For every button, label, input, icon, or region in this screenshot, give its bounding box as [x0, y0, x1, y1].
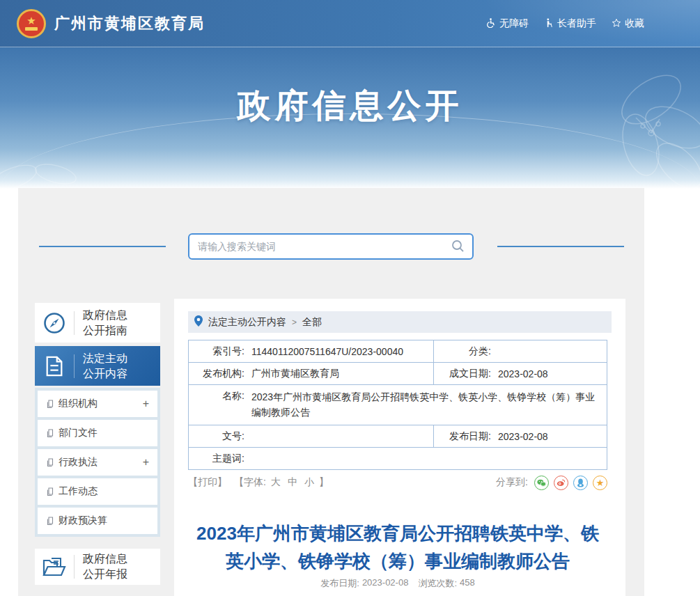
sidebar-item-label: 政府信息公开年报	[75, 551, 134, 581]
sidebar-item-label: 法定主动公开内容	[75, 351, 134, 381]
elder-person-icon	[544, 17, 554, 30]
share-weibo-button[interactable]	[554, 476, 568, 490]
article-title: 2023年广州市黄埔区教育局公开招聘铁英中学、铁英小学、铁铮学校（筹）事业编制教…	[188, 519, 607, 576]
emblem-gate-icon	[25, 27, 38, 31]
page-title: 政府信息公开	[0, 84, 700, 128]
compass-icon	[35, 311, 74, 335]
favorite-link[interactable]: 收藏	[612, 17, 644, 30]
sidebar-submenu: 组织机构 + 部门文件 行政执法 + 工作动态 财政预决算	[35, 388, 160, 537]
mini-doc-icon	[47, 429, 54, 438]
left-divider-line	[39, 246, 166, 247]
breadcrumb-section[interactable]: 法定主动公开内容	[208, 316, 286, 329]
share-wechat-button[interactable]	[534, 476, 549, 490]
share-label: 分享到:	[496, 476, 528, 489]
breadcrumb-current[interactable]: 全部	[302, 316, 322, 329]
top-header: ★ 广州市黄埔区教育局 无障碍 长者助手 收	[0, 0, 700, 47]
banner: 政府信息公开	[0, 47, 700, 189]
expand-plus-icon[interactable]: +	[143, 398, 149, 410]
location-pin-icon	[194, 315, 203, 329]
emblem-star-icon: ★	[26, 15, 36, 26]
article-publish-info: 发布日期: 2023-02-08 浏览次数: 458	[188, 577, 607, 590]
mini-doc-icon	[47, 458, 54, 467]
share-group: 分享到: ★	[496, 476, 607, 490]
meta-row-docno-pubdate: 文号: 发布日期: 2023-02-08	[189, 425, 607, 448]
view-count: 浏览次数: 458	[418, 577, 474, 590]
mini-doc-icon	[47, 400, 54, 409]
mini-doc-icon	[47, 487, 54, 496]
sidebar-subitem-work-news[interactable]: 工作动态	[38, 478, 157, 505]
header-links: 无障碍 长者助手 收藏	[485, 0, 644, 47]
search-box	[188, 233, 474, 260]
sidebar-item-statutory-disclosure[interactable]: 法定主动公开内容	[35, 346, 160, 386]
sidebar-item-label: 政府信息公开指南	[75, 308, 134, 338]
sidebar-subitem-law-enforcement[interactable]: 行政执法 +	[38, 449, 157, 476]
meta-cell-docno: 文号:	[189, 425, 434, 447]
sidebar-item-guide[interactable]: 政府信息公开指南	[35, 303, 160, 343]
print-font-controls: 【打印】 【字体: 大 中 小 】	[188, 476, 329, 489]
meta-cell-index: 索引号: 11440112007511647U/2023-00040	[189, 340, 434, 362]
meta-row-org-date: 发布机构: 广州市黄埔区教育局 成文日期: 2023-02-08	[189, 363, 607, 385]
meta-cell-organization: 发布机构: 广州市黄埔区教育局	[189, 363, 434, 384]
right-divider-line	[497, 246, 624, 247]
sidebar-subitem-fiscal-budget[interactable]: 财政预决算	[38, 508, 157, 534]
breadcrumb-separator: >	[292, 317, 297, 327]
expand-plus-icon[interactable]: +	[143, 456, 149, 469]
site-brand[interactable]: ★ 广州市黄埔区教育局	[17, 0, 205, 47]
sidebar-subitem-department-files[interactable]: 部门文件	[38, 420, 157, 446]
publish-date: 发布日期: 2023-02-08	[320, 577, 408, 590]
meta-row-name: 名称: 2023年广州市黄埔区教育局公开招聘铁英中学、铁英小学、铁铮学校（筹）事…	[189, 385, 607, 425]
article-toolbar: 【打印】 【字体: 大 中 小 】 分享到: ★	[188, 474, 607, 491]
meta-row-index-category: 索引号: 11440112007511647U/2023-00040 分类:	[189, 340, 607, 363]
search-icon	[451, 239, 465, 255]
breadcrumb: 法定主动公开内容 > 全部	[188, 311, 612, 333]
print-button[interactable]: 【打印】	[188, 476, 227, 489]
mini-doc-icon	[47, 517, 54, 526]
share-favorite-button[interactable]: ★	[593, 476, 607, 490]
font-size-prefix: 【字体:	[234, 476, 266, 489]
document-meta-table: 索引号: 11440112007511647U/2023-00040 分类: 发…	[188, 340, 607, 470]
search-button[interactable]	[443, 235, 472, 258]
sidebar-subitem-organization[interactable]: 组织机构 +	[38, 391, 157, 417]
page: ★ 广州市黄埔区教育局 无障碍 长者助手 收	[0, 0, 700, 596]
accessibility-link[interactable]: 无障碍	[485, 17, 529, 30]
font-size-small-button[interactable]: 小	[304, 476, 314, 489]
meta-cell-written-date: 成文日期: 2023-02-08	[434, 363, 607, 384]
star-outline-icon	[612, 18, 621, 30]
meta-cell-keywords: 主题词:	[189, 448, 607, 469]
accessibility-icon	[485, 17, 496, 30]
folder-report-icon	[35, 556, 74, 578]
elder-helper-link[interactable]: 长者助手	[544, 17, 596, 30]
meta-cell-name: 名称: 2023年广州市黄埔区教育局公开招聘铁英中学、铁英小学、铁铮学校（筹）事…	[189, 385, 607, 425]
meta-row-keywords: 主题词:	[189, 448, 607, 469]
font-size-large-button[interactable]: 大	[271, 476, 281, 489]
document-icon	[35, 354, 74, 378]
search-input[interactable]	[189, 241, 443, 252]
meta-cell-category: 分类:	[434, 340, 607, 362]
sidebar-item-annual-report[interactable]: 政府信息公开年报	[35, 549, 160, 585]
font-size-suffix: 】	[319, 476, 329, 489]
meta-cell-publish-date: 发布日期: 2023-02-08	[434, 425, 607, 447]
national-emblem-logo: ★	[17, 9, 46, 38]
site-title: 广州市黄埔区教育局	[54, 13, 205, 34]
font-size-medium-button[interactable]: 中	[288, 476, 297, 489]
share-qq-button[interactable]	[573, 476, 588, 490]
